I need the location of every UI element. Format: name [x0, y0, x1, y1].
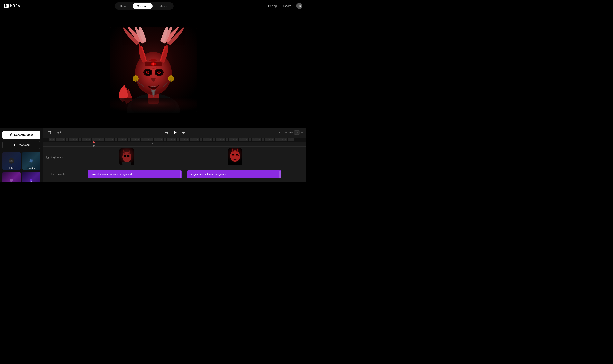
keyframe-2-image [228, 148, 242, 165]
keyframe-thumb-1[interactable] [120, 148, 134, 165]
prompt-chip-2[interactable]: tengu mask on black background [187, 170, 281, 178]
fast-forward-icon [181, 130, 186, 135]
generate-icon [9, 133, 13, 136]
svg-rect-21 [110, 98, 197, 113]
text-prompts-label: Text Prompts [51, 173, 65, 176]
pricing-link[interactable]: Pricing [268, 4, 277, 8]
svg-rect-32 [48, 132, 48, 133]
prompt-text-2: tengu mask on black background [190, 173, 227, 176]
svg-point-28 [10, 179, 13, 182]
discord-link[interactable]: Discord [282, 4, 291, 8]
ruler-marker-1s: 1s [151, 143, 153, 145]
header-right: Pricing Discord KR [268, 3, 302, 9]
track-playhead-prompts [94, 168, 94, 180]
clip-duration-label: Clip duration [279, 131, 293, 134]
krea-logo-icon [4, 4, 9, 8]
film-strip-icon [47, 130, 52, 135]
logo[interactable]: KREA [4, 4, 20, 8]
settings-icon [57, 131, 61, 134]
svg-point-51 [232, 155, 234, 156]
text-prompts-content: colorful samurai on black background ten… [88, 168, 306, 180]
keyframes-track-content [88, 147, 306, 168]
svg-point-8 [152, 63, 155, 65]
experimental-thumbnail [27, 177, 35, 182]
playhead-tail [93, 145, 94, 147]
rewind-button[interactable] [164, 130, 169, 135]
style-item-animation[interactable]: Animation [2, 172, 21, 182]
svg-point-52 [236, 155, 238, 156]
track-area: Keyframes [43, 147, 306, 182]
demon-artwork [110, 26, 197, 113]
svg-point-12 [147, 71, 149, 74]
svg-rect-40 [49, 138, 294, 142]
video-frame [110, 26, 197, 113]
svg-rect-31 [48, 131, 48, 132]
header: KREA Home Generate Enhance Pricing Disco… [0, 0, 306, 12]
svg-point-37 [59, 132, 60, 133]
settings-button[interactable] [56, 129, 63, 136]
svg-rect-33 [48, 133, 48, 134]
filmstrip-frames [49, 138, 294, 142]
clip-duration-area: Clip duration 3 + [279, 130, 303, 135]
track-playhead-keyframes [94, 147, 94, 168]
svg-point-25 [11, 160, 12, 161]
video-preview [110, 26, 197, 113]
rewind-icon [164, 130, 169, 135]
main-nav: Home Generate Enhance [115, 2, 173, 10]
nav-enhance[interactable]: Enhance [153, 3, 173, 9]
style-grid: Film Render Animation [2, 152, 40, 182]
play-button[interactable] [172, 130, 178, 135]
ruler-container: 0s 1s 2s [43, 138, 306, 147]
download-button[interactable]: Download [2, 141, 40, 149]
playhead-line [93, 142, 94, 146]
svg-rect-35 [51, 132, 51, 133]
filmstrip [43, 138, 306, 142]
svg-point-16 [158, 71, 160, 74]
generate-video-button[interactable]: Generate Video [2, 131, 40, 139]
keyframe-1-image [120, 148, 134, 165]
prompt-chip-1-handle[interactable] [180, 170, 181, 178]
svg-point-44 [124, 155, 126, 157]
svg-point-45 [127, 155, 130, 157]
logo-text: KREA [10, 4, 20, 8]
bottom-panel: Generate Video Download Film [0, 128, 306, 182]
ruler-marker-0s: 0s [88, 143, 90, 145]
keyframes-label-area: Keyframes [43, 156, 88, 159]
download-icon [13, 143, 16, 146]
keyframes-row: Keyframes [43, 147, 306, 168]
svg-rect-46 [122, 162, 131, 165]
animation-thumbnail [8, 177, 15, 182]
fast-forward-button[interactable] [181, 130, 186, 135]
film-thumbnail [8, 157, 15, 164]
playback-controls [164, 130, 186, 135]
nav-generate[interactable]: Generate [133, 3, 153, 9]
text-prompts-row: Text Prompts colorful samurai on black b… [43, 168, 306, 180]
svg-rect-34 [51, 131, 51, 132]
keyframe-thumb-2[interactable] [228, 148, 242, 165]
prompt-chip-2-handle[interactable] [279, 170, 281, 178]
user-avatar[interactable]: KR [296, 3, 302, 9]
film-strip-button[interactable] [46, 129, 53, 136]
svg-point-48 [230, 150, 240, 162]
play-icon [172, 130, 178, 135]
svg-rect-0 [4, 4, 9, 8]
style-item-experimental[interactable]: Experimental [22, 172, 40, 182]
timeline-toolbar: Clip duration 3 + [43, 128, 306, 138]
timeline-ruler: 0s 1s 2s [43, 142, 306, 147]
nav-home[interactable]: Home [116, 3, 132, 9]
keyframes-label: Keyframes [51, 156, 63, 159]
render-thumbnail [27, 157, 35, 164]
text-prompts-label-area: Text Prompts [43, 173, 88, 176]
svg-rect-36 [51, 133, 51, 134]
left-sidebar: Generate Video Download Film [0, 128, 43, 182]
ruler-marker-2s: 2s [214, 143, 217, 145]
add-duration-button[interactable]: + [301, 130, 303, 135]
clip-duration-value[interactable]: 3 [294, 130, 300, 135]
text-cursor-icon [46, 173, 49, 176]
style-item-render[interactable]: Render [22, 152, 40, 170]
prompt-chip-1[interactable]: colorful samurai on black background [88, 170, 182, 178]
main-video-area [0, 12, 306, 128]
prompt-text-1: colorful samurai on black background [91, 173, 132, 176]
keyframes-icon [46, 156, 49, 159]
style-item-film[interactable]: Film [2, 152, 21, 170]
